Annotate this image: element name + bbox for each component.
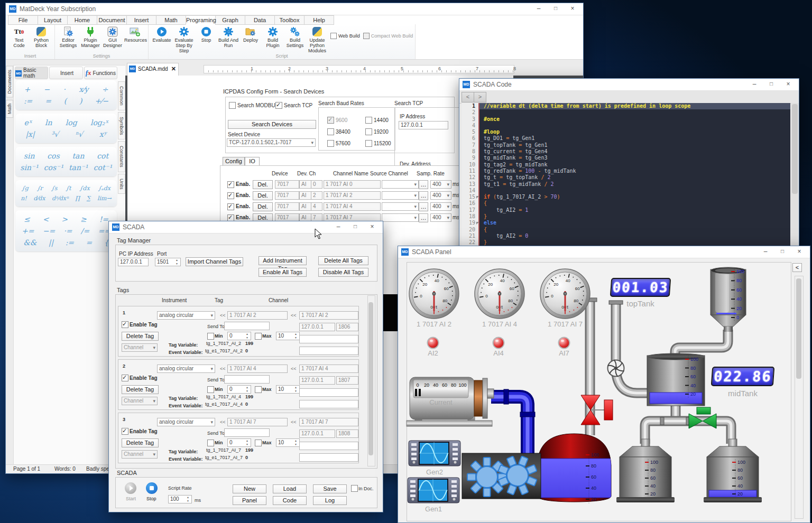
math-symbol[interactable]: ≤ xyxy=(24,215,30,223)
tag-ip-field[interactable]: 127.0.0.1 xyxy=(299,376,335,385)
minimize-icon[interactable]: – xyxy=(757,246,774,258)
math-symbol[interactable]: cot⁻¹ xyxy=(94,163,112,172)
nav-back-button[interactable]: < xyxy=(462,92,474,102)
ribbon-button-update-python-modules[interactable]: Update Python Modules xyxy=(306,25,328,54)
enable-all-tags-button[interactable]: Enable All Tags xyxy=(259,268,307,277)
rate-dropdown[interactable]: 400 xyxy=(430,202,451,211)
ribbon-tab-data[interactable]: Data xyxy=(245,15,274,25)
send-to-field[interactable] xyxy=(224,428,270,437)
math-symbol[interactable]: ∫ₐdx xyxy=(98,185,110,192)
close-icon[interactable]: × xyxy=(364,221,381,233)
tag-field[interactable]: 1 7017 AI 4 xyxy=(227,365,288,373)
load-button[interactable]: Load xyxy=(273,484,307,493)
close-doc-icon[interactable]: ✕ xyxy=(171,66,176,72)
baud-checkbox-115200[interactable] xyxy=(365,140,372,147)
code-line[interactable]: 15if (tg_1_7017_AI_2 > 70) xyxy=(462,194,790,200)
collapse-button[interactable]: < xyxy=(792,263,802,272)
disable-all-tags-button[interactable]: Disable All Tags xyxy=(318,268,368,277)
math-symbol[interactable]: xʸ xyxy=(99,130,107,138)
port-spinner[interactable]: 1501▲▼ xyxy=(155,258,181,266)
enable-tag-checkbox[interactable] xyxy=(122,321,128,328)
sidebar-tab-basic-math[interactable]: MDBasic math xyxy=(15,67,48,79)
math-symbol[interactable]: − xyxy=(44,85,50,94)
code-line[interactable]: 14 xyxy=(462,188,790,194)
pc-ip-field[interactable]: 127.0.0.1 xyxy=(118,258,149,266)
math-symbol[interactable]: log xyxy=(66,118,77,127)
stop-button[interactable]: Stop xyxy=(146,496,156,501)
min-spinner[interactable]: 0▲▼ xyxy=(227,332,251,340)
code-line[interactable]: 3#once xyxy=(462,116,790,123)
math-symbol[interactable]: sin xyxy=(24,152,35,160)
math-symbol[interactable]: += xyxy=(22,227,34,235)
rate-dropdown[interactable]: 400 xyxy=(430,180,451,189)
log-button[interactable]: Log xyxy=(313,496,347,505)
math-symbol[interactable]: ³√ xyxy=(51,130,59,138)
channel-dropdown[interactable]: Channel xyxy=(122,450,158,459)
enable-tag-checkbox[interactable] xyxy=(122,428,128,435)
edge-tab-documents[interactable]: Documents xyxy=(6,66,13,98)
ribbon-button-gui-designer[interactable]: GUI Designer xyxy=(102,25,124,49)
source-channel-dropdown[interactable] xyxy=(382,202,419,211)
math-symbol[interactable]: = xyxy=(45,97,51,105)
code-line[interactable]: 9tg_midTank = tg_Gen3 xyxy=(462,155,790,161)
more-button[interactable]: … xyxy=(419,213,428,222)
sidebar-right-tab-symbols[interactable]: Symbols xyxy=(118,112,125,140)
extra-field-1[interactable] xyxy=(299,442,358,450)
ribbon-tab-toolbox[interactable]: Toolbox xyxy=(274,15,304,25)
math-symbol[interactable]: tan xyxy=(72,152,84,160)
max-spinner[interactable]: 10▲▼ xyxy=(276,332,300,340)
del-button[interactable]: Del. xyxy=(253,191,273,200)
code-line[interactable]: 6tg_DO1 = tg_Gen1 xyxy=(462,135,790,142)
send-to-field[interactable] xyxy=(224,322,270,330)
tag-field[interactable]: 1 7017 AI 2 xyxy=(227,311,288,320)
math-symbol[interactable]: ·= xyxy=(63,227,72,235)
math-symbol[interactable]: |x| xyxy=(25,130,34,138)
code-line[interactable]: 11tg_redTank = 100 - tg_midTank xyxy=(462,168,790,174)
math-symbol[interactable]: ) xyxy=(79,97,82,105)
edge-tab-math[interactable]: Math xyxy=(6,100,13,118)
ribbon-button-editor-settings[interactable]: Editor Settings xyxy=(57,25,79,49)
sidebar-tab-insert[interactable]: Insert xyxy=(49,67,82,79)
import-channel-tags-button[interactable]: Import Channel Tags xyxy=(186,257,243,266)
maximize-icon[interactable]: □ xyxy=(763,79,780,90)
code-line[interactable]: 8tg_current = tg_Gen4 xyxy=(462,148,790,155)
search-devices-button[interactable]: Search Devices xyxy=(228,120,316,129)
extra-field-2[interactable] xyxy=(299,347,358,355)
channel-dropdown[interactable]: Channel xyxy=(122,397,158,405)
code-line[interactable]: 18} xyxy=(462,213,790,220)
tab-io[interactable]: IO xyxy=(245,157,260,166)
ribbon-tab-math[interactable]: Math xyxy=(156,15,186,25)
baud-checkbox-19200[interactable] xyxy=(365,128,372,135)
ribbon-tab-home[interactable]: Home xyxy=(67,15,97,25)
enab-checkbox[interactable] xyxy=(227,203,234,210)
extra-field-2[interactable] xyxy=(299,400,358,408)
math-symbol[interactable]: log₂ˣ xyxy=(90,118,108,127)
math-symbol[interactable]: −= xyxy=(43,227,55,235)
ip-field[interactable]: 127.0.0.1 xyxy=(399,121,448,129)
math-symbol[interactable]: sin⁻¹ xyxy=(20,163,38,172)
ribbon-button-build-settings[interactable]: Build Settings xyxy=(284,25,306,49)
math-symbol[interactable]: = xyxy=(86,238,93,247)
math-symbol[interactable]: := xyxy=(24,97,32,105)
code-line[interactable]: 19else xyxy=(462,220,790,226)
math-symbol[interactable]: ∫r xyxy=(37,185,43,192)
math-symbol[interactable]: dⁿ⁄dxⁿ xyxy=(52,195,69,202)
instrument-dropdown[interactable]: analog circular xyxy=(157,365,215,373)
checkbox-compact-web-build[interactable]: Compact Web Build xyxy=(363,33,413,39)
code-button[interactable]: Code xyxy=(273,496,307,505)
new-button[interactable]: New xyxy=(233,484,266,493)
math-symbol[interactable]: || xyxy=(49,238,53,247)
more-button[interactable]: … xyxy=(419,202,428,211)
more-button[interactable]: … xyxy=(419,180,428,189)
panel-scrollbar[interactable] xyxy=(795,276,804,519)
channel-field[interactable]: 1 7017 AI 2 xyxy=(299,311,358,320)
ribbon-button-python-block[interactable]: Python Block xyxy=(30,25,52,49)
math-symbol[interactable]: ∏ xyxy=(75,195,80,202)
extra-field-1[interactable] xyxy=(299,335,358,343)
document-tab[interactable]: MD SCADA.mdd ✕ xyxy=(127,63,179,76)
max-checkbox[interactable] xyxy=(255,440,262,446)
min-checkbox[interactable] xyxy=(207,333,214,340)
math-symbol[interactable]: != xyxy=(99,215,108,223)
channel-field[interactable]: 1 7017 AI 7 xyxy=(299,418,358,426)
math-symbol[interactable]: ÷ xyxy=(102,85,108,94)
